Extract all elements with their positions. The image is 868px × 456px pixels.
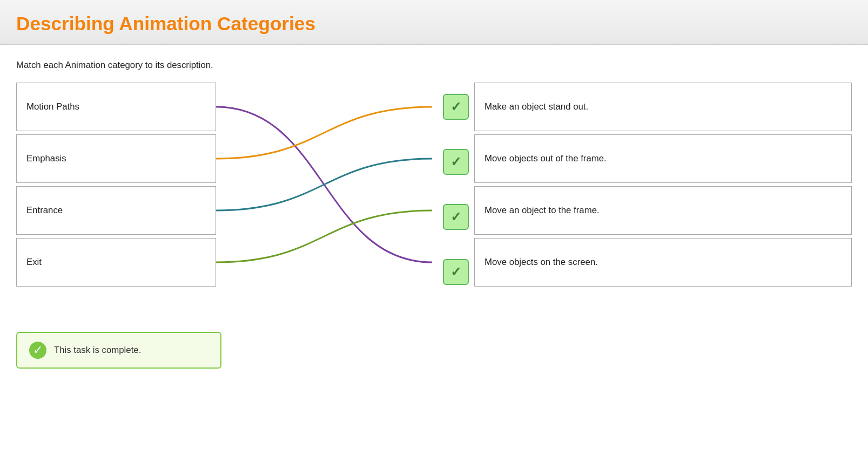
- checkbox-4: ✓: [443, 259, 469, 285]
- left-item-entrance[interactable]: Entrance: [16, 186, 216, 235]
- complete-icon: ✓: [29, 342, 46, 359]
- checkbox-2: ✓: [443, 149, 469, 175]
- left-column: Motion Paths Emphasis Entrance Exit: [16, 83, 216, 300]
- check-wrapper-4: ✓: [443, 248, 469, 296]
- matching-area: Motion Paths Emphasis Entrance Exit: [16, 83, 852, 300]
- page-header: Describing Animation Categories: [0, 0, 868, 45]
- check-wrapper-3: ✓: [443, 193, 469, 241]
- checkbox-1: ✓: [443, 94, 469, 120]
- main-content: Match each Animation category to its des…: [0, 45, 868, 384]
- left-item-exit[interactable]: Exit: [16, 238, 216, 287]
- page-title: Describing Animation Categories: [16, 13, 852, 35]
- connector-area: [216, 83, 443, 300]
- right-item-on-screen[interactable]: Move objects on the screen.: [474, 238, 852, 287]
- instruction-text: Match each Animation category to its des…: [16, 60, 852, 71]
- right-item-out-of-frame[interactable]: Move objects out of the frame.: [474, 134, 852, 183]
- check-wrapper-1: ✓: [443, 83, 469, 131]
- right-item-stand-out[interactable]: Make an object stand out.: [474, 83, 852, 131]
- complete-banner: ✓ This task is complete.: [16, 332, 221, 369]
- checkboxes-column: ✓ ✓ ✓ ✓: [443, 83, 469, 300]
- right-column: Make an object stand out. Move objects o…: [474, 83, 852, 300]
- complete-text: This task is complete.: [54, 345, 141, 356]
- left-item-emphasis[interactable]: Emphasis: [16, 134, 216, 183]
- right-item-to-frame[interactable]: Move an object to the frame.: [474, 186, 852, 235]
- checkbox-3: ✓: [443, 204, 469, 230]
- left-item-motion-paths[interactable]: Motion Paths: [16, 83, 216, 131]
- check-wrapper-2: ✓: [443, 138, 469, 186]
